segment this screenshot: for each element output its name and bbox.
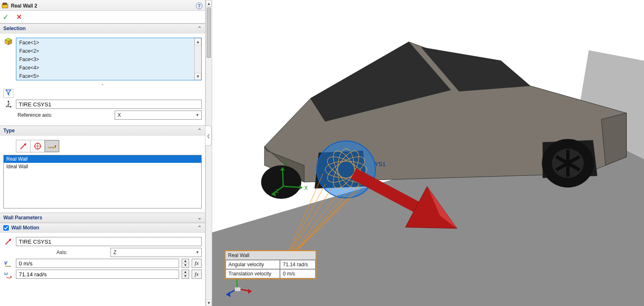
list-item[interactable]: Face<3> [17, 55, 194, 64]
csys-icon [3, 100, 13, 108]
svg-rect-20 [54, 147, 55, 148]
svg-marker-6 [6, 90, 11, 95]
help-icon[interactable]: ? [196, 3, 203, 9]
callout-title: Real Wall [226, 251, 316, 260]
face-selection-list[interactable]: Face<1> Face<2> Face<3> Face<4> Face<5> … [16, 38, 202, 80]
svg-marker-36 [601, 113, 626, 165]
reference-axis-label: Reference axis: [16, 112, 112, 118]
svg-rect-26 [5, 266, 6, 267]
chevron-up-icon[interactable]: ⌃ [198, 26, 202, 31]
feature-icon [2, 3, 8, 9]
type-button-road[interactable] [45, 140, 59, 152]
panel-collapse-handle[interactable]: ❮ [205, 126, 212, 146]
spinner-buttons[interactable]: ▲▼ [182, 259, 189, 268]
spinner-buttons[interactable]: ▲▼ [182, 270, 189, 279]
callout-table[interactable]: Real Wall Angular velocity 71.14 rad/s T… [225, 250, 316, 279]
filter-icon[interactable] [3, 89, 13, 98]
list-item[interactable]: Real Wall [4, 155, 201, 163]
svg-text:ω: ω [4, 271, 8, 276]
confirm-row: ✓ ✕ [0, 11, 205, 23]
angular-velocity-input[interactable] [16, 270, 179, 279]
callout-key: Translation velocity [226, 269, 280, 278]
fx-button[interactable]: fx [192, 259, 202, 268]
list-item[interactable]: Face<1> [17, 39, 194, 47]
section-header-type[interactable]: Type ⌃ [0, 126, 205, 136]
scroll-down-icon[interactable]: ▼ [206, 299, 212, 306]
panel-title: Real Wall 2 [11, 3, 196, 9]
list-item[interactable]: Face<5> [17, 72, 194, 80]
cancel-button[interactable]: ✕ [16, 13, 22, 21]
svg-rect-79 [235, 287, 241, 291]
section-label: Wall Motion [11, 225, 39, 231]
scroll-up-icon[interactable]: ▲ [195, 38, 201, 45]
svg-rect-2 [5, 3, 7, 5]
spin-down-icon[interactable]: ▼ [182, 274, 189, 278]
svg-rect-27 [8, 266, 9, 267]
csys-on-model-label: YS1 [375, 161, 386, 167]
graphics-viewport[interactable]: YS1 X Y Z Real Wall Angular velocity 71.… [212, 0, 644, 306]
callout-key: Angular velocity [226, 260, 280, 269]
list-item[interactable]: Face<2> [17, 47, 194, 55]
svg-text:Z: Z [276, 188, 279, 194]
panel-splitter: ▲ ▼ [205, 0, 212, 306]
section-header-selection[interactable]: Selection ⌃ [0, 23, 205, 33]
direction-arrow-icon [3, 238, 13, 245]
chevron-up-icon[interactable]: ⌃ [198, 128, 202, 134]
scroll-down-icon[interactable]: ▼ [195, 73, 201, 80]
svg-marker-10 [8, 100, 9, 102]
section-label: Selection [3, 26, 26, 31]
svg-rect-19 [51, 147, 52, 148]
wall-type-list[interactable]: Real Wall Ideal Wall [3, 155, 202, 208]
list-item[interactable]: Face<4> [17, 64, 194, 72]
resize-grip-icon[interactable]: • [3, 82, 202, 87]
table-row: Translation velocity 0 m/s [226, 269, 316, 278]
spin-up-icon[interactable]: ▲ [182, 270, 189, 274]
motion-csys-input[interactable] [16, 237, 202, 246]
scrollbar-thumb[interactable] [207, 8, 211, 58]
section-body-type: Real Wall Ideal Wall [0, 136, 205, 213]
svg-text:V: V [4, 260, 8, 265]
section-header-wall-parameters[interactable]: Wall Parameters ⌄ [0, 213, 205, 223]
type-mode-buttons [16, 140, 59, 152]
list-scrollbar[interactable]: ▲ ▼ [194, 38, 201, 80]
svg-rect-1 [3, 3, 5, 5]
ok-button[interactable]: ✓ [3, 13, 9, 22]
svg-text:Y: Y [284, 160, 288, 167]
svg-rect-18 [49, 147, 50, 148]
csys-input[interactable] [16, 100, 202, 109]
axis-value: Z [113, 249, 116, 255]
section-header-wall-motion[interactable]: Wall Motion ⌃ [0, 223, 205, 233]
panel-scrollbar[interactable]: ▲ ▼ [205, 0, 212, 306]
chevron-down-icon[interactable]: ⌄ [198, 215, 202, 221]
reference-axis-value: X [118, 112, 121, 118]
table-row: Angular velocity 71.14 rad/s [226, 260, 316, 269]
axis-select[interactable]: Z [110, 248, 202, 257]
axis-label: Axis: [16, 249, 108, 255]
reference-axis-select[interactable]: X [115, 111, 202, 120]
svg-text:X: X [304, 185, 308, 191]
wall-motion-checkbox[interactable] [3, 225, 9, 231]
svg-marker-11 [10, 106, 12, 108]
linear-velocity-input[interactable] [16, 259, 179, 268]
fx-button[interactable]: fx [192, 270, 202, 279]
svg-marker-21 [55, 145, 56, 147]
chevron-up-icon[interactable]: ⌃ [198, 225, 202, 231]
type-button-arrow[interactable] [16, 140, 31, 152]
section-body-wall-motion: Axis: Z V ▲▼ fx ω ▲▼ fx [0, 233, 205, 285]
callout-value: 0 m/s [280, 269, 316, 278]
angular-velocity-icon: ω [3, 270, 13, 278]
section-label: Wall Parameters [3, 215, 42, 221]
property-panel: Real Wall 2 ? ✓ ✕ Selection ⌃ Face<1> Fa… [0, 0, 205, 306]
panel-header: Real Wall 2 ? [0, 0, 205, 11]
linear-velocity-icon: V [3, 260, 13, 267]
list-item[interactable]: Ideal Wall [4, 163, 201, 170]
svg-line-9 [6, 103, 10, 107]
callout-value: 71.14 rad/s [280, 260, 316, 269]
type-button-target[interactable] [31, 140, 45, 152]
spin-up-icon[interactable]: ▲ [182, 259, 189, 263]
scroll-up-icon[interactable]: ▲ [206, 0, 212, 7]
section-body-selection: Face<1> Face<2> Face<3> Face<4> Face<5> … [0, 33, 205, 126]
body-icon [3, 38, 13, 45]
section-label: Type [3, 128, 15, 134]
spin-down-icon[interactable]: ▼ [182, 263, 189, 267]
